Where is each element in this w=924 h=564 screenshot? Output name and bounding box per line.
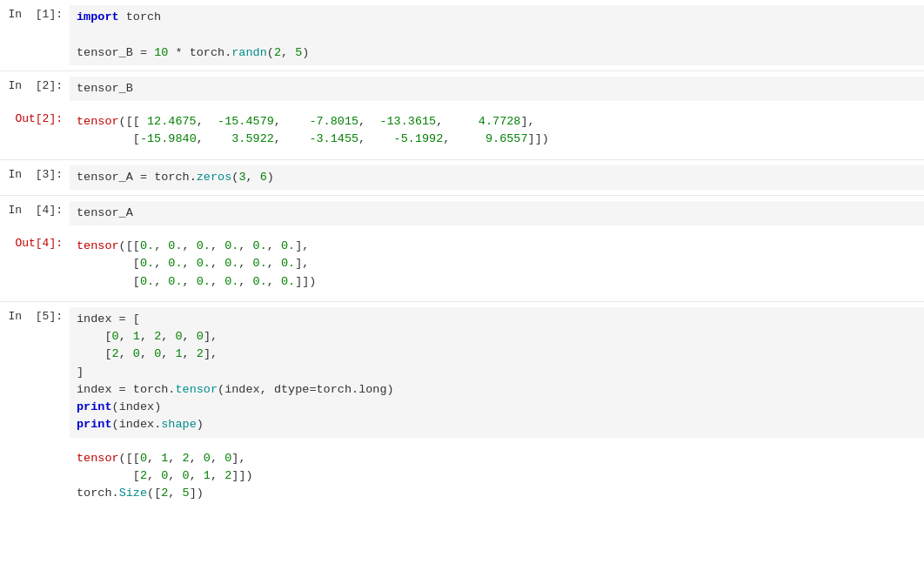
cell-4-output-content: tensor([[0., 0., 0., 0., 0., 0.], [0., 0… <box>70 234 924 294</box>
cell-2-code[interactable]: tensor_B <box>70 77 924 101</box>
cell-2-input[interactable]: In [2]: tensor_B <box>0 70 924 106</box>
cell-3-input[interactable]: In [3]: tensor_A = torch.zeros(3, 6) <box>0 159 924 195</box>
cell-5-output: tensor([[0, 1, 2, 0, 0], [2, 0, 0, 1, 2]… <box>0 443 924 514</box>
cell-1-input[interactable]: In [1]: import torch tensor_B = 10 * tor… <box>0 0 924 70</box>
cell-2-output-content: tensor([[ 12.4675, -15.4579, -7.8015, -1… <box>70 110 924 152</box>
cell-4-code[interactable]: tensor_A <box>70 201 924 225</box>
cell-5-in-label: In [5]: <box>0 307 70 438</box>
notebook: In [1]: import torch tensor_B = 10 * tor… <box>0 0 924 564</box>
cell-5-input[interactable]: In [5]: index = [ [0, 1, 2, 0, 0], [2, 0… <box>0 301 924 443</box>
cell-1-in-label: In [1]: <box>0 5 70 65</box>
cell-3-code[interactable]: tensor_A = torch.zeros(3, 6) <box>70 165 924 190</box>
cell-1-code[interactable]: import torch tensor_B = 10 * torch.randn… <box>70 5 924 65</box>
cell-4-input[interactable]: In [4]: tensor_A <box>0 195 924 231</box>
cell-3-in-label: In [3]: <box>0 165 70 190</box>
cell-5-out-label <box>0 446 70 507</box>
cell-4-out-label: Out[4]: <box>0 234 70 294</box>
cell-5-code[interactable]: index = [ [0, 1, 2, 0, 0], [2, 0, 0, 1, … <box>70 307 924 438</box>
cell-5-output-content: tensor([[0, 1, 2, 0, 0], [2, 0, 0, 1, 2]… <box>70 446 924 507</box>
cell-4-in-label: In [4]: <box>0 201 70 225</box>
cell-2-in-label: In [2]: <box>0 77 70 101</box>
cell-4-output: Out[4]: tensor([[0., 0., 0., 0., 0., 0.]… <box>0 231 924 301</box>
cell-2-out-label: Out[2]: <box>0 110 70 152</box>
cell-2-output: Out[2]: tensor([[ 12.4675, -15.4579, -7.… <box>0 106 924 159</box>
